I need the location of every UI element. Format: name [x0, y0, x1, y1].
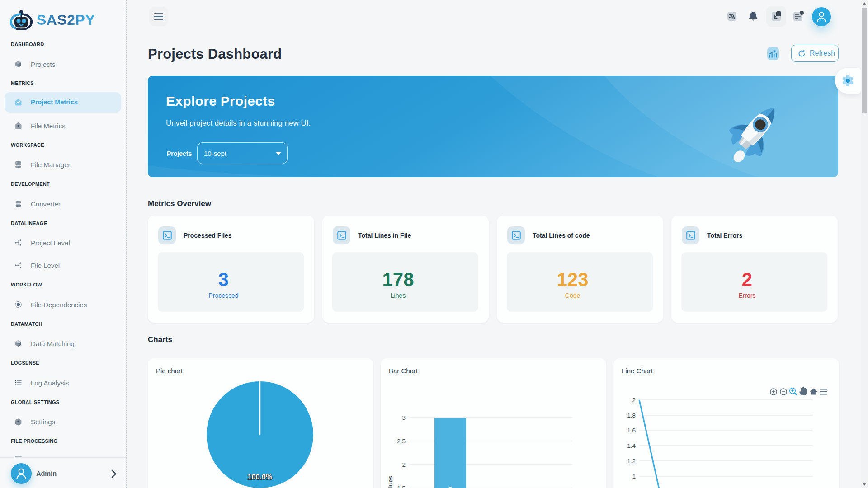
svg-text:1.8: 1.8: [627, 412, 636, 419]
svg-text:3: 3: [448, 485, 452, 488]
svg-text:Values: Values: [387, 476, 394, 488]
svg-text:2: 2: [632, 397, 636, 404]
svg-text:3: 3: [402, 414, 406, 421]
svg-text:2.5: 2.5: [397, 438, 406, 445]
svg-text:1.5: 1.5: [397, 485, 406, 488]
svg-text:1.4: 1.4: [627, 442, 636, 449]
svg-text:1.2: 1.2: [627, 458, 636, 465]
svg-text:2: 2: [402, 461, 406, 468]
svg-text:1: 1: [632, 473, 636, 480]
svg-text:1.6: 1.6: [627, 427, 636, 434]
svg-text:100.0%: 100.0%: [248, 473, 272, 481]
